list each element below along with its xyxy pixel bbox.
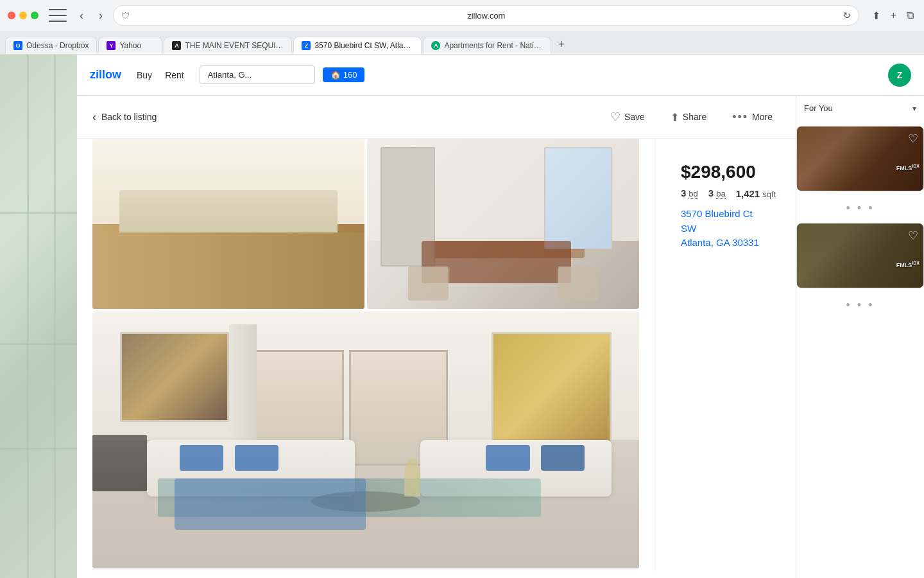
zillow-search-area: 🏠 160 [200, 66, 456, 84]
zillow-logo: zillow [90, 68, 121, 82]
zillow-nav-right: Z [888, 64, 911, 87]
tab-apartments[interactable]: A Apartments for Rent - Nationwide Apart… [423, 37, 551, 54]
more-label: More [752, 112, 773, 122]
url-display: zillow.com [135, 11, 838, 21]
sidebar-card-2-more[interactable]: • • • [796, 296, 924, 315]
tab-label-apartments: Apartments for Rent - Nationwide Apart..… [444, 41, 543, 50]
kitchen-image [92, 139, 364, 309]
sqft-label: sqft [762, 189, 776, 199]
tab-label-zillow: 3570 Bluebird Ct SW, Atlanta, GA 30331 |… [314, 41, 413, 50]
more-icon: ••• [732, 110, 748, 124]
add-tab-button[interactable]: + [552, 35, 570, 54]
tab-label-odessa: Odessa - Dropbox [26, 41, 89, 50]
sqft-count: 1,421 [736, 188, 760, 199]
mls-badge-2: FMLSIDX [896, 258, 920, 270]
sidebar-card-1-save-icon[interactable]: ♡ [908, 132, 918, 146]
sidebar-toggle[interactable] [49, 9, 67, 22]
zillow-page: zillow Buy Rent 🏠 160 Z [77, 55, 924, 578]
close-window[interactable] [8, 12, 15, 19]
reload-button[interactable]: ↻ [843, 10, 851, 21]
sidebar-card-2-save-icon[interactable]: ♡ [908, 229, 918, 243]
maximize-window[interactable] [31, 12, 38, 19]
back-arrow-icon: ‹ [92, 110, 96, 124]
sidebar-card-1-more[interactable]: • • • [796, 199, 924, 218]
map-area [0, 55, 77, 578]
property-sidebar: For You ▾ ♡ FMLSIDX • • • [796, 96, 924, 578]
baths-label: ba [716, 189, 725, 199]
address-line2: Atlanta, GA 30331 [681, 236, 770, 250]
address-bar[interactable]: 🛡 zillow.com ↻ [113, 5, 859, 26]
for-you-header: For You ▾ [804, 103, 916, 113]
photo-kitchen[interactable] [92, 139, 364, 309]
tab-favicon-zillow: Z [302, 41, 311, 50]
map-background [0, 55, 77, 578]
for-you-label: For You [804, 103, 833, 113]
share-button[interactable]: ⬆ Share [663, 107, 714, 127]
property-page: ‹ Back to listing ♡ Save ⬆ Share [77, 96, 924, 578]
browser-chrome: ‹ › 🛡 zillow.com ↻ ⬆ + ⧉ O Odessa - Drop… [0, 0, 924, 55]
nav-buy[interactable]: Buy [137, 67, 152, 83]
tab-odessa[interactable]: O Odessa - Dropbox [5, 37, 97, 54]
back-bar: ‹ Back to listing ♡ Save ⬆ Share [77, 96, 796, 139]
beds-label: bd [689, 189, 697, 199]
tab-favicon-main-event: A [172, 41, 181, 50]
heart-icon: ♡ [610, 110, 620, 124]
map-road-h1 [0, 212, 77, 214]
location-search-input[interactable] [200, 66, 315, 84]
tab-favicon-odessa: O [13, 41, 22, 50]
map-roads [0, 55, 77, 578]
page-count-value: 160 [343, 70, 357, 80]
minimize-window[interactable] [19, 12, 27, 19]
content-layout: $298,600 3 bd 3 ba [77, 139, 796, 571]
map-road-v2 [54, 55, 56, 578]
more-button[interactable]: ••• More [724, 107, 780, 128]
share-label: Share [683, 112, 706, 122]
tab-zillow[interactable]: Z 3570 Bluebird Ct SW, Atlanta, GA 30331… [293, 37, 422, 54]
map-road-v1 [27, 55, 29, 578]
share-page-button[interactable]: ⬆ [869, 7, 883, 24]
property-details: 3 bd 3 ba 1,421 sqft [681, 188, 770, 199]
security-icon: 🛡 [121, 11, 130, 21]
property-info-section: $298,600 3 bd 3 ba [654, 139, 796, 571]
tabs-button[interactable]: ⧉ [904, 7, 916, 24]
photo-dining[interactable] [367, 139, 639, 309]
for-you-section: For You ▾ [796, 96, 924, 126]
user-avatar[interactable]: Z [888, 64, 911, 87]
photo-living-room[interactable] [92, 311, 639, 568]
zillow-nav-links: Buy Rent [137, 67, 184, 83]
forward-nav-button[interactable]: › [94, 6, 108, 25]
sidebar-card-2-image [797, 223, 923, 288]
window-controls [8, 12, 38, 19]
baths-detail: 3 ba [708, 188, 726, 199]
tab-favicon-apartments: A [431, 41, 440, 50]
photos-section [77, 139, 654, 571]
mls-badge-1: FMLSIDX [896, 161, 920, 173]
back-label: Back to listing [101, 112, 157, 122]
for-you-chevron-icon[interactable]: ▾ [912, 104, 916, 113]
property-address[interactable]: 3570 Bluebird Ct SW Atlanta, GA 30331 [681, 207, 770, 250]
tab-label-yahoo: Yahoo [119, 41, 154, 50]
property-info-panel: $298,600 3 bd 3 ba [665, 149, 785, 263]
tab-favicon-yahoo: Y [107, 41, 116, 50]
home-icon: 🏠 [330, 70, 341, 80]
browser-actions: ⬆ + ⧉ [869, 7, 916, 24]
back-to-listing-button[interactable]: ‹ Back to listing [92, 110, 157, 124]
sidebar-card-2[interactable]: ♡ FMLSIDX [796, 223, 924, 288]
share-icon: ⬆ [671, 111, 679, 123]
nav-rent[interactable]: Rent [165, 67, 184, 83]
photo-row-top [92, 139, 639, 309]
photo-grid [77, 139, 654, 568]
new-tab-button[interactable]: + [888, 7, 899, 24]
browser-tabs: O Odessa - Dropbox Y Yahoo A THE MAIN EV… [0, 31, 924, 54]
tab-yahoo[interactable]: Y Yahoo [98, 37, 162, 54]
baths-count: 3 [708, 188, 714, 198]
property-price: $298,600 [681, 162, 770, 182]
listings-count-badge: 🏠 160 [323, 67, 365, 82]
sidebar-card-1[interactable]: ♡ FMLSIDX [796, 126, 924, 191]
main-content: zillow Buy Rent 🏠 160 Z [0, 55, 924, 578]
tab-main-event[interactable]: A THE MAIN EVENT SEQUIN CORSET MAX... [164, 37, 292, 54]
photo-row-bottom [92, 311, 639, 568]
back-nav-button[interactable]: ‹ [74, 6, 89, 25]
tab-label-main-event: THE MAIN EVENT SEQUIN CORSET MAX... [185, 41, 284, 50]
save-button[interactable]: ♡ Save [603, 106, 653, 128]
